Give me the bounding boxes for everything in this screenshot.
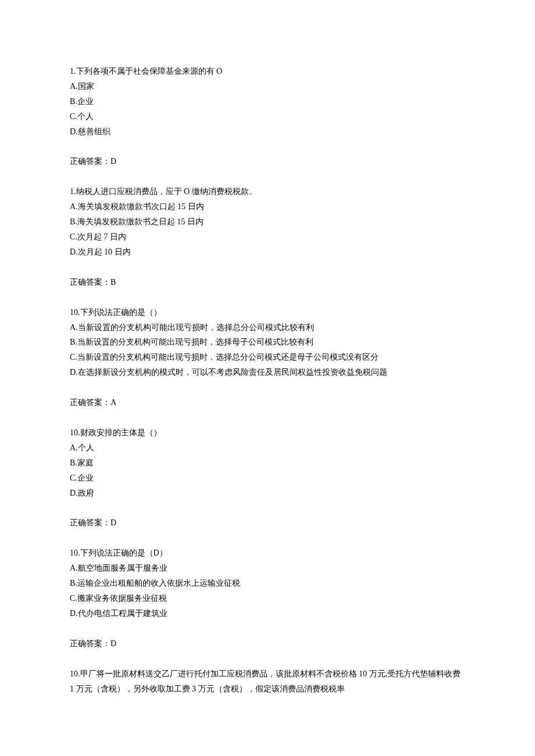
answer-label: 正确答案：D [70,636,465,651]
question-option: B.企业 [70,94,465,109]
question-option: B.运输企业出租船舶的收入依据水上运输业征税 [70,576,465,591]
question-option: A.航空地面服务属于服务业 [70,561,465,576]
question-stem: 10.下列说法正确的是（D） [70,546,465,561]
question-stem: 10.甲厂将一批原材料送交乙厂进行托付加工应税消费品，该批原材料不含税价格 10… [70,667,465,697]
question-option: D.代办电信工程属于建筑业 [70,606,465,621]
question-block: 10.财政安排的主体是（） A.个人 B.家庭 C.企业 D.政府 正确答案：D [70,425,465,531]
question-option: A.个人 [70,440,465,456]
document-page: 1.下列各项不属于社会保障基金来源的有 O A.国家 B.企业 C.个人 D.慈… [0,0,535,756]
question-option: C.搬家业务依据服务业征税 [70,591,465,606]
question-option: C.当新设置的分支机构可能出现亏损时，选择总分公司模式还是母子公司模式没有区分 [70,350,465,365]
question-option: B.当新设置的分支机构可能出现亏损时，选择母子公司模式比较有利 [70,335,465,350]
answer-label: 正确答案：A [70,395,465,410]
question-option: D.次月起 10 日内 [70,245,465,260]
question-block: 10.下列说法正确的是（D） A.航空地面服务属于服务业 B.运输企业出租船舶的… [70,546,465,651]
question-option: D.在选择新设分支机构的模式时，可以不考虑风险责任及居民间权益性投资收益免税问题 [70,365,465,380]
question-option: D.慈善组织 [70,124,465,139]
question-block: 10.下列说法正确的是（） A.当新设置的分支机构可能出现亏损时，选择总分公司模… [70,305,465,410]
answer-label: 正确答案：D [70,154,465,169]
answer-label: 正确答案：B [70,275,465,290]
question-block: 1.纳税人进口应税消费品，应于 O 缴纳消费税税款。 A.海关填发税款缴款书次口… [70,184,465,289]
question-option: A.当新设置的分支机构可能出现亏损时，选择总分公司模式比较有利 [70,320,465,335]
question-option: A.国家 [70,79,465,94]
question-block: 10.甲厂将一批原材料送交乙厂进行托付加工应税消费品，该批原材料不含税价格 10… [70,667,465,697]
question-option: B.海关填发税款缴款书之日起 15 日内 [70,214,465,230]
question-option: D.政府 [70,486,465,501]
question-option: B.家庭 [70,456,465,471]
question-block: 1.下列各项不属于社会保障基金来源的有 O A.国家 B.企业 C.个人 D.慈… [70,64,465,169]
question-option: C.企业 [70,471,465,486]
question-option: C.次月起 7 日内 [70,230,465,245]
question-stem: 10.财政安排的主体是（） [70,425,465,440]
question-option: C.个人 [70,109,465,124]
question-stem: 1.纳税人进口应税消费品，应于 O 缴纳消费税税款。 [70,184,465,199]
question-stem: 10.下列说法正确的是（） [70,305,465,320]
question-option: A.海关填发税款缴款书次口起 15 日内 [70,199,465,214]
question-stem: 1.下列各项不属于社会保障基金来源的有 O [70,64,465,79]
answer-label: 正确答案：D [70,515,465,531]
